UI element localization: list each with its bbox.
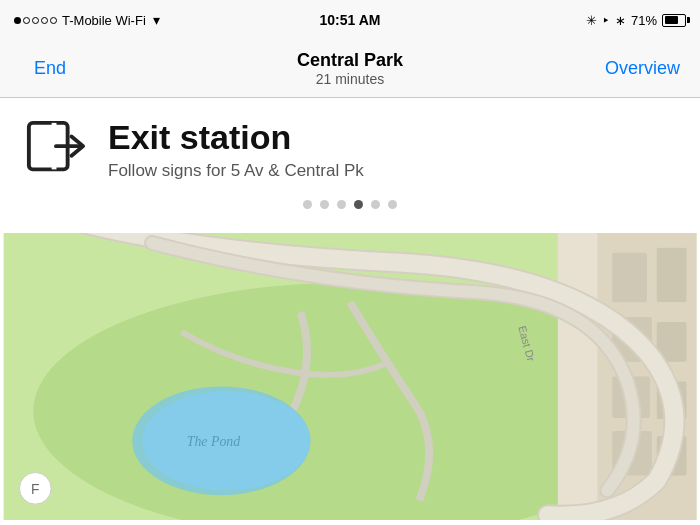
- bluetooth-icon: ∗: [615, 13, 626, 28]
- page-dot-4: [354, 200, 363, 209]
- wifi-icon: ▾: [153, 12, 160, 28]
- svg-rect-9: [657, 248, 687, 302]
- page-dot-5: [371, 200, 380, 209]
- signal-dot-3: [32, 17, 39, 24]
- nav-destination: Central Park: [297, 50, 403, 72]
- direction-main-text: Exit station: [108, 119, 676, 156]
- location-icon: ‣: [602, 13, 610, 28]
- direction-text-block: Exit station Follow signs for 5 Av & Cen…: [108, 119, 676, 180]
- nav-header: End Central Park 21 minutes Overview: [0, 40, 700, 98]
- svg-text:F: F: [31, 481, 39, 497]
- signal-dot-2: [23, 17, 30, 24]
- pagination-dots: [24, 196, 676, 217]
- battery-percent: 71%: [631, 13, 657, 28]
- page-dot-1: [303, 200, 312, 209]
- signal-dots: [14, 17, 57, 24]
- direction-card: Exit station Follow signs for 5 Av & Cen…: [0, 98, 700, 233]
- status-right: ✳ ‣ ∗ 71%: [586, 13, 686, 28]
- page-dot-2: [320, 200, 329, 209]
- nav-eta: 21 minutes: [297, 71, 403, 87]
- direction-sub-text: Follow signs for 5 Av & Central Pk: [108, 161, 676, 181]
- exit-station-icon: [24, 118, 88, 182]
- status-time: 10:51 AM: [320, 12, 381, 28]
- brightness-icon: ✳: [586, 13, 597, 28]
- status-bar: T-Mobile Wi-Fi ▾ 10:51 AM ✳ ‣ ∗ 71%: [0, 0, 700, 40]
- page-dot-6: [388, 200, 397, 209]
- overview-button[interactable]: Overview: [605, 58, 680, 79]
- direction-content: Exit station Follow signs for 5 Av & Cen…: [24, 118, 676, 182]
- signal-dot-4: [41, 17, 48, 24]
- pond-label: The Pond: [187, 434, 241, 449]
- carrier-label: T-Mobile Wi-Fi: [62, 13, 146, 28]
- signal-dot-5: [50, 17, 57, 24]
- nav-title-block: Central Park 21 minutes: [297, 50, 403, 88]
- status-left: T-Mobile Wi-Fi ▾: [14, 12, 160, 28]
- map-area[interactable]: East Dr The Pond F: [0, 233, 700, 520]
- signal-dot-1: [14, 17, 21, 24]
- page-dot-3: [337, 200, 346, 209]
- svg-rect-8: [612, 253, 647, 302]
- end-button[interactable]: End: [20, 58, 80, 79]
- battery-icon: [662, 14, 686, 27]
